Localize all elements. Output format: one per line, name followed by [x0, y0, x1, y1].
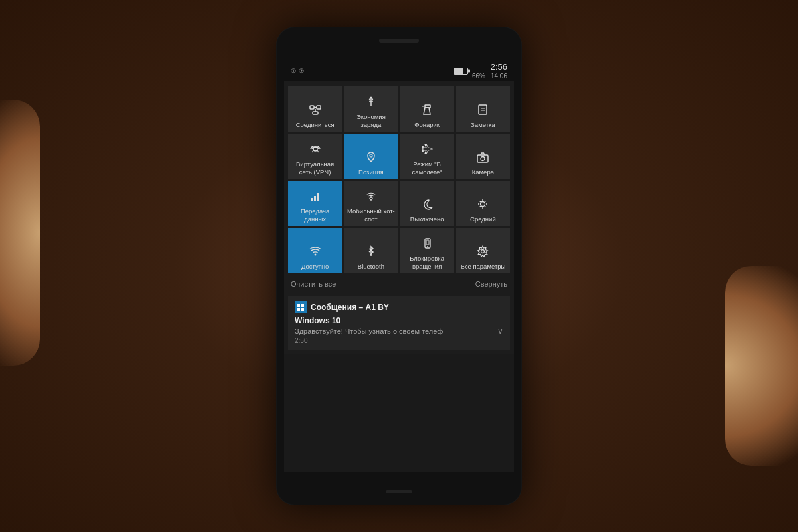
tile-connect-label: Соединиться — [296, 121, 334, 128]
tile-rotation[interactable]: Блокировка вращения — [400, 228, 454, 273]
tile-vpn[interactable]: Виртуальная сеть (VPN) — [288, 134, 342, 179]
hand-left — [0, 100, 40, 366]
tile-battery-saver-label: Экономия заряда — [346, 113, 395, 128]
svg-point-19 — [370, 154, 372, 157]
tile-airplane-label: Режим "В самолете" — [403, 160, 452, 176]
collapse-button[interactable]: Свернуть — [475, 280, 507, 288]
hotspot-icon — [364, 190, 378, 205]
note-icon — [476, 103, 489, 118]
svg-rect-43 — [301, 304, 304, 307]
svg-rect-23 — [314, 196, 316, 201]
flashlight-icon — [420, 103, 434, 118]
hand-right — [725, 266, 798, 466]
tile-location-label: Позиция — [358, 168, 384, 176]
tile-quiet[interactable]: Выключено — [400, 181, 454, 226]
data-icon — [309, 190, 322, 205]
notification-item[interactable]: Сообщения – A1 BY Windows 10 Здравствуйт… — [288, 296, 510, 350]
bluetooth-icon — [364, 245, 378, 260]
tile-airplane[interactable]: Режим "В самолете" — [400, 134, 454, 179]
battery-saver-icon — [364, 95, 378, 110]
tile-bluetooth[interactable]: Bluetooth — [344, 228, 398, 273]
notif-app-icon — [295, 301, 307, 313]
notif-body-text: Здравствуйте! Чтобы узнать о своем телеф — [295, 327, 495, 335]
tile-connect[interactable]: Соединиться — [288, 86, 342, 132]
status-right: 2:56 66% 14.06 — [454, 63, 507, 79]
svg-rect-4 — [313, 112, 318, 114]
svg-line-33 — [485, 206, 486, 207]
battery-fill — [454, 68, 463, 74]
tile-brightness-label: Средний — [470, 215, 496, 223]
svg-line-18 — [317, 150, 319, 152]
notif-expand-icon[interactable]: ∨ — [497, 327, 503, 336]
action-row: Очистить все Свернуть — [288, 276, 510, 291]
phone-speaker — [379, 39, 419, 43]
svg-rect-45 — [301, 308, 304, 311]
tile-rotation-label: Блокировка вращения — [403, 255, 452, 270]
rotation-icon — [420, 237, 434, 252]
svg-rect-22 — [311, 198, 313, 201]
tile-wifi-label: Доступно — [301, 263, 329, 270]
quick-tiles-grid: Соединиться Экономия заряда — [288, 86, 510, 273]
wifi-icon — [309, 245, 322, 260]
airplane-icon — [420, 142, 434, 158]
battery-indicator — [454, 68, 468, 75]
phone: ① ② 2:56 66% 14.06 — [276, 27, 522, 505]
tile-bluetooth-label: Bluetooth — [358, 263, 384, 270]
svg-point-21 — [481, 156, 485, 160]
tile-battery-saver[interactable]: Экономия заряда — [344, 86, 398, 132]
settings-icon — [476, 245, 489, 260]
svg-point-36 — [314, 253, 316, 255]
tile-location[interactable]: Позиция — [344, 134, 398, 179]
notif-app-name: Сообщения – A1 BY — [311, 303, 389, 312]
svg-point-25 — [370, 197, 372, 200]
date-display: 14.06 — [491, 72, 507, 80]
tile-flashlight[interactable]: Фонарик — [400, 86, 454, 132]
tile-camera[interactable]: Камера — [456, 134, 510, 179]
battery-bar — [454, 68, 468, 75]
svg-marker-11 — [424, 108, 430, 114]
connect-icon — [309, 103, 322, 118]
tile-quiet-label: Выключено — [410, 215, 444, 223]
camera-icon — [476, 150, 489, 166]
tile-settings[interactable]: Все параметры — [456, 228, 510, 273]
tile-brightness[interactable]: Средний — [456, 181, 510, 226]
notifications-area: Сообщения – A1 BY Windows 10 Здравствуйт… — [284, 293, 514, 354]
svg-rect-39 — [426, 240, 429, 245]
notif-title: Windows 10 — [295, 316, 503, 325]
svg-point-41 — [481, 249, 485, 253]
svg-point-27 — [481, 201, 485, 206]
tile-settings-label: Все параметры — [460, 263, 505, 270]
svg-rect-24 — [317, 193, 319, 201]
tile-flashlight-label: Фонарик — [414, 121, 440, 128]
svg-line-35 — [480, 206, 481, 207]
svg-line-17 — [312, 150, 313, 152]
tile-hotspot[interactable]: Мобильный хот-спот — [344, 181, 398, 226]
tile-data-label: Передача данных — [291, 207, 339, 223]
svg-rect-1 — [317, 106, 321, 109]
tile-wifi[interactable]: Доступно — [288, 228, 342, 273]
tile-camera-label: Камера — [472, 168, 494, 176]
svg-line-34 — [485, 201, 486, 202]
notif-body: Здравствуйте! Чтобы узнать о своем телеф… — [295, 327, 503, 336]
alarm1-icon: ① — [291, 68, 296, 74]
moon-icon — [420, 198, 434, 213]
vpn-icon — [309, 142, 322, 158]
tile-note-label: Заметка — [471, 121, 495, 128]
clear-all-button[interactable]: Очистить все — [291, 280, 336, 288]
notif-header: Сообщения – A1 BY — [295, 301, 503, 313]
phone-home-button[interactable] — [386, 490, 412, 493]
svg-rect-13 — [479, 105, 487, 114]
time-block: 2:56 66% 14.06 — [472, 63, 507, 79]
status-bar: ① ② 2:56 66% 14.06 — [284, 60, 514, 81]
phone-screen: ① ② 2:56 66% 14.06 — [284, 60, 514, 472]
location-icon — [364, 150, 378, 166]
brightness-icon — [476, 198, 489, 213]
notif-time: 2:50 — [295, 337, 503, 344]
svg-rect-20 — [477, 155, 488, 162]
battery-percent: 66% — [472, 72, 485, 80]
alarm2-icon: ② — [299, 68, 304, 74]
tile-vpn-label: Виртуальная сеть (VPN) — [291, 160, 339, 176]
tile-note[interactable]: Заметка — [456, 86, 510, 132]
tile-data[interactable]: Передача данных — [288, 181, 342, 226]
svg-point-40 — [427, 246, 428, 247]
